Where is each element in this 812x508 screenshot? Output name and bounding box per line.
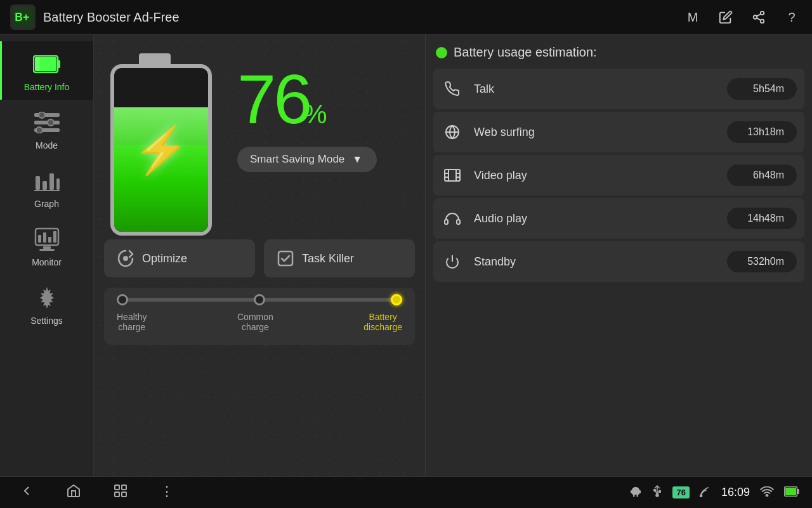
svg-rect-64 xyxy=(785,488,796,495)
sidebar-label-graph: Graph xyxy=(34,199,59,209)
wifi-icon xyxy=(760,486,774,499)
battery-icon xyxy=(33,50,61,78)
sidebar: Battery Info Mode xyxy=(0,35,94,476)
usage-list: Talk 5h54m Web surfing 13h18m xyxy=(433,69,804,282)
slider-track[interactable] xyxy=(117,298,402,302)
usage-name-audio: Audio play xyxy=(474,212,717,225)
svg-point-4 xyxy=(761,20,764,23)
usage-header: Battery usage estimation: xyxy=(433,45,804,60)
graph-icon xyxy=(33,167,61,195)
svg-rect-44 xyxy=(115,485,119,490)
svg-point-30 xyxy=(123,256,128,261)
settings-icon xyxy=(33,284,61,312)
svg-rect-21 xyxy=(56,178,60,190)
app-icon: B+ xyxy=(10,4,36,30)
slider-labels: Healthycharge Commoncharge Batterydischa… xyxy=(117,312,402,332)
sidebar-item-monitor[interactable]: Monitor xyxy=(0,217,93,275)
status-time: 16:09 xyxy=(721,486,750,499)
svg-point-61 xyxy=(766,495,768,497)
usage-item-talk: Talk 5h54m xyxy=(433,69,804,109)
android-icon xyxy=(629,485,642,500)
svg-text:B+: B+ xyxy=(15,11,29,23)
slider-area: Healthycharge Commoncharge Batterydischa… xyxy=(104,288,415,345)
svg-rect-45 xyxy=(122,485,126,490)
svg-rect-27 xyxy=(43,246,51,249)
usage-time-talk: 5h54m xyxy=(727,78,797,100)
sidebar-label-monitor: Monitor xyxy=(32,257,62,267)
edit-icon[interactable] xyxy=(716,7,736,27)
usage-item-video: Video play 6h48m xyxy=(433,155,804,196)
slider-thumb-mid[interactable] xyxy=(254,294,265,305)
svg-rect-34 xyxy=(445,170,460,181)
svg-rect-46 xyxy=(115,492,119,497)
battery-visual: ⚡ xyxy=(104,51,218,229)
slider-fill xyxy=(117,298,360,302)
optimize-label: Optimize xyxy=(142,252,187,265)
svg-point-16 xyxy=(36,127,43,133)
svg-rect-8 xyxy=(58,60,60,68)
share-icon[interactable] xyxy=(749,7,769,27)
battery-level-badge: 76 xyxy=(672,486,689,498)
usage-item-audio: Audio play 14h48m xyxy=(433,198,804,239)
mode-dropdown[interactable]: Smart Saving Mode ▼ xyxy=(237,147,377,172)
sidebar-item-mode[interactable]: Mode xyxy=(0,100,93,158)
menu-button[interactable]: ⋮ xyxy=(160,483,174,502)
usage-time-audio: 14h48m xyxy=(727,208,797,229)
usage-item-web: Web surfing 13h18m xyxy=(433,112,804,152)
slider-label-healthy: Healthycharge xyxy=(117,312,147,332)
app-title: Battery Booster Ad-Free xyxy=(43,10,683,25)
mode-icon xyxy=(33,109,61,137)
slider-thumb-left[interactable] xyxy=(117,294,128,305)
task-killer-button[interactable]: Task Killer xyxy=(264,239,415,277)
usage-item-standby: Standby 532h0m xyxy=(433,241,804,282)
sidebar-label-settings: Settings xyxy=(30,316,63,326)
svg-point-58 xyxy=(659,490,661,492)
recents-button[interactable] xyxy=(113,483,128,502)
svg-rect-63 xyxy=(797,489,799,494)
top-icons: M ? xyxy=(683,7,802,27)
svg-rect-31 xyxy=(278,251,292,265)
svg-rect-47 xyxy=(122,492,126,497)
usb-icon xyxy=(652,485,662,500)
battery-row: ⚡ 76 % Smart Saving Mode ▼ xyxy=(104,45,415,229)
svg-rect-51 xyxy=(639,490,641,493)
right-panel: Battery usage estimation: Talk 5h54m xyxy=(425,35,812,476)
main-layout: Battery Info Mode xyxy=(0,35,812,476)
sidebar-item-battery-info[interactable]: Battery Info xyxy=(0,41,93,100)
battery-bolt: ⚡ xyxy=(133,123,190,177)
svg-rect-28 xyxy=(39,249,55,251)
usage-time-standby: 532h0m xyxy=(727,251,797,272)
svg-point-14 xyxy=(39,112,45,118)
back-button[interactable] xyxy=(19,483,34,502)
slider-label-common: Commoncharge xyxy=(237,312,273,332)
battery-percent-value: 76 xyxy=(237,64,310,134)
slider-label-discharge: Batterydischarge xyxy=(363,312,402,332)
usage-name-web: Web surfing xyxy=(474,126,717,139)
usage-name-video: Video play xyxy=(474,169,717,182)
usage-title: Battery usage estimation: xyxy=(454,45,597,60)
monitor-icon xyxy=(33,225,61,253)
usage-name-standby: Standby xyxy=(474,255,717,269)
help-icon[interactable]: ? xyxy=(782,7,802,27)
globe-icon xyxy=(441,121,464,144)
svg-rect-19 xyxy=(43,181,47,190)
svg-line-6 xyxy=(757,14,761,17)
usage-time-web: 13h18m xyxy=(727,121,797,143)
svg-rect-52 xyxy=(633,495,635,497)
optimize-button[interactable]: Optimize xyxy=(104,239,255,277)
sidebar-item-settings[interactable]: Settings xyxy=(0,275,93,333)
svg-rect-25 xyxy=(48,237,51,243)
battery-percent-sign: % xyxy=(303,99,327,130)
sidebar-item-graph[interactable]: Graph xyxy=(0,158,93,217)
nav-buttons: ⋮ xyxy=(19,483,174,502)
svg-point-2 xyxy=(761,11,764,15)
top-bar: B+ Battery Booster Ad-Free M ? xyxy=(0,0,812,35)
home-button[interactable] xyxy=(66,483,81,502)
slider-thumb-right[interactable] xyxy=(391,294,402,305)
svg-point-3 xyxy=(754,15,757,19)
headphones-icon xyxy=(441,207,464,230)
task-killer-label: Task Killer xyxy=(302,252,354,265)
m-button[interactable]: M xyxy=(683,7,703,27)
status-dot xyxy=(436,47,447,58)
battery-top xyxy=(139,53,171,65)
